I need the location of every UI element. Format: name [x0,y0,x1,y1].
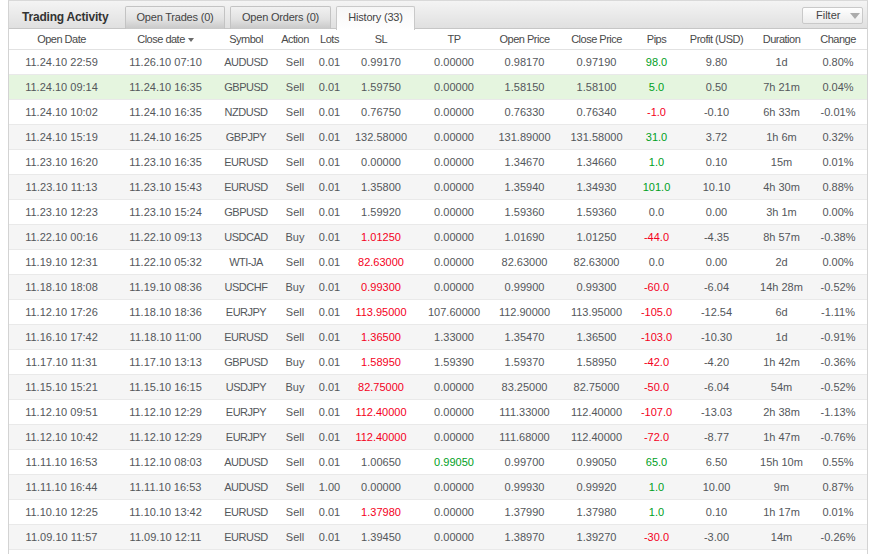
cell-lots: 0.01 [315,300,344,325]
table-row[interactable]: 11.16.10 17:4211.18.10 11:00EURUSDSell0.… [9,325,867,350]
table-row[interactable]: 11.17.10 11:3111.17.10 13:13GBPUSDBuy0.0… [9,350,867,375]
cell-duration: 1h 47m [754,425,809,450]
column-header-profit[interactable]: Profit (USD) [679,29,754,50]
table-row[interactable]: 11.24.10 22:5911.26.10 07:10AUDUSDSell0.… [9,50,867,75]
cell-tp: 0.00000 [418,225,490,250]
cell-lots: 0.01 [315,375,344,400]
cell-open-price: 1.38970 [490,525,559,550]
cell-lots: 0.01 [315,125,344,150]
cell-action: Sell [275,425,315,450]
cell-open-date: 11.10.10 12:25 [9,500,114,525]
table-row[interactable]: 11.15.10 15:2111.15.10 16:15USDJPYBuy0.0… [9,375,867,400]
tab-open-orders[interactable]: Open Orders (0) [230,6,331,29]
cell-lots: 0.01 [315,525,344,550]
cell-tp: 1.59390 [418,350,490,375]
cell-change: -0.52% [809,275,867,300]
column-header-action[interactable]: Action [275,29,315,50]
cell-duration: 14h 28m [754,275,809,300]
cell-action: Sell [275,200,315,225]
cell-symbol: EURUSD [217,525,275,550]
column-header-symbol[interactable]: Symbol [217,29,275,50]
cell-symbol: WTI-JA [217,250,275,275]
cell-tp: 1.33000 [418,325,490,350]
cell-pips: 5.0 [634,75,679,100]
cell-profit: 10.00 [679,475,754,500]
cell-lots: 0.01 [315,450,344,475]
cell-pips: -50.0 [634,375,679,400]
table-row[interactable]: 11.10.10 12:2511.10.10 13:42EURUSDSell0.… [9,500,867,525]
cell-close-date: 11.12.10 12:29 [114,425,217,450]
cell-lots: 0.01 [315,400,344,425]
tab-history[interactable]: History (33) [336,6,415,30]
cell-action: Sell [275,325,315,350]
table-row[interactable]: 11.18.10 18:0811.19.10 08:36USDCHFBuy0.0… [9,275,867,300]
cell-open-date: 11.24.10 22:59 [9,50,114,75]
filter-button[interactable]: Filter [802,7,863,24]
column-header-tp[interactable]: TP [418,29,490,50]
column-header-lots[interactable]: Lots [315,29,344,50]
table-row[interactable]: 11.09.10 11:5711.09.10 12:11EURUSDSell0.… [9,525,867,550]
cell-open-price: 111.68000 [490,425,559,450]
table-row[interactable]: 11.24.10 09:1411.24.10 16:35GBPUSDSell0.… [9,75,867,100]
cell-action: Sell [275,450,315,475]
table-row[interactable]: 11.12.10 10:4211.12.10 12:29EURJPYSell0.… [9,425,867,450]
table-row[interactable]: 11.12.10 17:2611.18.10 18:36EURJPYSell0.… [9,300,867,325]
cell-tp: 0.00000 [418,150,490,175]
tab-bar: Trading Activity Open Trades (0) Open Or… [9,1,867,29]
cell-action: Buy [275,275,315,300]
cell-symbol: EURUSD [217,500,275,525]
cell-open-date: 11.12.10 17:26 [9,300,114,325]
table-row[interactable]: 11.22.10 00:1611.22.10 09:13USDCADBuy0.0… [9,225,867,250]
tab-open-trades[interactable]: Open Trades (0) [125,6,225,29]
cell-lots: 0.01 [315,350,344,375]
cell-profit: 0.00 [679,200,754,225]
cell-duration: 4h 30m [754,175,809,200]
cell-change: 0.00% [809,250,867,275]
column-header-change[interactable]: Change [809,29,867,50]
cell-open-date: 11.12.10 09:51 [9,400,114,425]
cell-profit: -13.03 [679,400,754,425]
cell-duration: 1h 17m [754,500,809,525]
table-row[interactable]: 11.12.10 09:5111.12.10 12:29EURJPYSell0.… [9,400,867,425]
cell-action: Buy [275,350,315,375]
table-row[interactable]: 11.23.10 16:2011.23.10 16:35EURUSDSell0.… [9,150,867,175]
cell-change: -0.91% [809,325,867,350]
column-header-sl[interactable]: SL [344,29,418,50]
table-row[interactable]: 11.24.10 15:1911.24.10 16:25GBPJPYSell0.… [9,125,867,150]
cell-open-price: 1.34670 [490,150,559,175]
cell-symbol: EURUSD [217,325,275,350]
cell-close-date: 11.23.10 15:24 [114,200,217,225]
cell-close-price: 0.76340 [559,100,634,125]
table-row[interactable]: 11.11.10 16:4411.11.10 16:53AUDUSDSell1.… [9,475,867,500]
cell-open-date: 11.12.10 10:42 [9,425,114,450]
cell-close-price: 1.58100 [559,75,634,100]
column-header-close-price[interactable]: Close Price [559,29,634,50]
cell-open-date: 11.16.10 17:42 [9,325,114,350]
cell-open-price: 111.33000 [490,400,559,425]
column-header-open-price[interactable]: Open Price [490,29,559,50]
cell-duration: 8h 57m [754,225,809,250]
column-header-close-date[interactable]: Close date [114,29,217,50]
cell-profit: -6.04 [679,275,754,300]
cell-open-price: 0.99930 [490,475,559,500]
cell-open-date: 11.17.10 11:31 [9,350,114,375]
table-row[interactable]: 11.24.10 10:0211.24.10 16:35NZDUSDSell0.… [9,100,867,125]
column-header-duration[interactable]: Duration [754,29,809,50]
cell-change: -1.11% [809,300,867,325]
cell-lots: 0.01 [315,175,344,200]
table-row[interactable]: 11.23.10 12:2311.23.10 15:24GBPUSDSell0.… [9,200,867,225]
cell-profit: -0.10 [679,100,754,125]
cell-close-price: 112.40000 [559,400,634,425]
cell-close-price: 1.36500 [559,325,634,350]
column-header-pips[interactable]: Pips [634,29,679,50]
table-row[interactable]: 11.11.10 16:5311.12.10 08:03AUDUSDSell0.… [9,450,867,475]
cell-tp: 0.00000 [418,525,490,550]
cell-tp: 0.00000 [418,125,490,150]
table-row[interactable]: 11.19.10 12:3111.22.10 05:32WTI-JASell0.… [9,250,867,275]
cell-symbol: NZDUSD [217,100,275,125]
cell-close-price: 0.99920 [559,475,634,500]
cell-pips: 1.0 [634,150,679,175]
cell-symbol: EURUSD [217,175,275,200]
table-row[interactable]: 11.23.10 11:1311.23.10 15:43EURUSDSell0.… [9,175,867,200]
cell-sl: 113.95000 [344,300,418,325]
